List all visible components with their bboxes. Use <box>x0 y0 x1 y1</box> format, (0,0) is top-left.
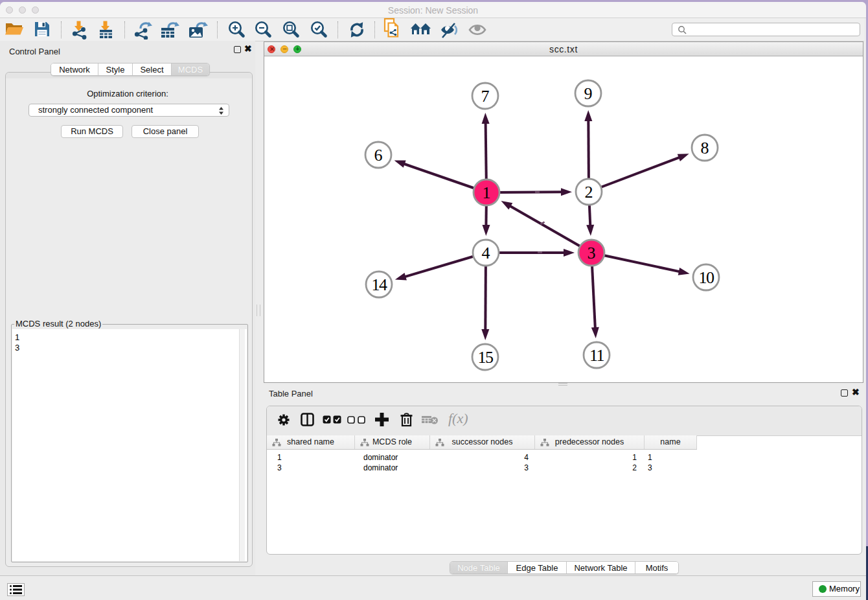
svg-text:10: 10 <box>699 268 715 287</box>
svg-text:3: 3 <box>588 244 596 262</box>
svg-text:7: 7 <box>481 87 490 106</box>
svg-text:14: 14 <box>372 275 388 294</box>
svg-text:6: 6 <box>374 146 383 165</box>
svg-text:2: 2 <box>585 183 593 202</box>
svg-text:8: 8 <box>701 139 709 157</box>
svg-text:15: 15 <box>478 348 494 367</box>
svg-text:11: 11 <box>589 346 604 365</box>
svg-text:1: 1 <box>483 183 491 202</box>
svg-text:9: 9 <box>584 84 593 103</box>
svg-text:4: 4 <box>482 244 490 262</box>
